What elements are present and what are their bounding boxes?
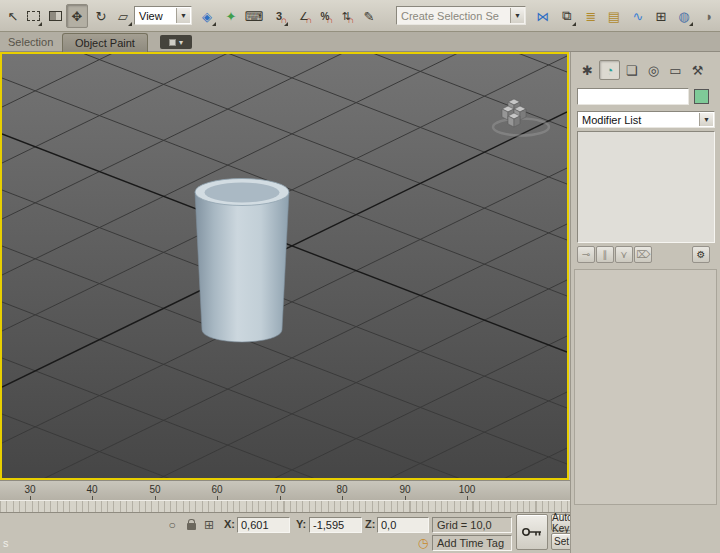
scale-icon: ▱ xyxy=(118,9,128,24)
schematic-view-icon: ⊞ xyxy=(656,9,667,24)
display-icon: ▭ xyxy=(669,63,681,78)
move-button[interactable]: ✥ xyxy=(66,4,88,28)
window-crossing-icon xyxy=(49,11,62,21)
make-unique-icon: ⋎ xyxy=(620,249,627,260)
tab-motion[interactable]: ◎ xyxy=(643,60,664,80)
utilities-icon: ⚒ xyxy=(692,63,704,78)
viewcube-ring[interactable] xyxy=(493,119,549,136)
x-coordinate-field[interactable]: 0,601 xyxy=(237,517,290,533)
spinner-snap-button[interactable]: ⇅ ∩ xyxy=(335,4,357,28)
ribbon-options-button[interactable]: ▾ xyxy=(160,35,192,49)
key-icon xyxy=(521,525,543,539)
time-slider[interactable]: 30 40 50 60 70 80 90 100 xyxy=(0,480,570,500)
object-name-field[interactable] xyxy=(577,88,689,105)
y-coordinate-field[interactable]: -1,595 xyxy=(309,517,362,533)
align-icon: ⧉ xyxy=(562,8,571,24)
tab-hierarchy[interactable]: ❏ xyxy=(621,60,642,80)
ribbon-tab-bar: Selection Object Paint ▾ xyxy=(0,32,720,52)
modifier-list-dropdown[interactable]: Modifier List ▼ xyxy=(577,111,715,128)
rollout-area xyxy=(574,269,717,505)
absolute-offset-toggle[interactable]: ⊞ xyxy=(201,517,217,533)
modifier-list-value: Modifier List xyxy=(582,114,641,126)
track-bar[interactable] xyxy=(0,500,570,513)
named-selection-sets-button[interactable]: ✎ xyxy=(358,4,380,28)
tab-selection[interactable]: Selection xyxy=(8,36,53,48)
tab-modify[interactable]: ◔ xyxy=(599,60,620,80)
tab-display[interactable]: ▭ xyxy=(665,60,686,80)
selection-region-button[interactable] xyxy=(22,4,44,28)
keyboard-override-button[interactable]: ⌨ xyxy=(243,4,265,28)
isolate-icon: ○ xyxy=(168,518,175,532)
remove-modifier-icon: ⌦ xyxy=(636,249,650,260)
command-panel: ✱ ◔ ❏ ◎ ▭ ⚒ Modifier List ▼ ⊸ ∥ ⋎ ⌦ ⚙ xyxy=(570,52,720,553)
tab-object-paint[interactable]: Object Paint xyxy=(62,33,148,52)
add-time-tag-button[interactable]: Add Time Tag xyxy=(432,535,512,551)
selection-lock-button[interactable] xyxy=(183,517,199,533)
scale-button[interactable]: ▱ xyxy=(112,4,134,28)
select-object-icon[interactable]: ↖ xyxy=(2,4,24,28)
align-button[interactable]: ⧉ xyxy=(556,4,578,28)
object-color-swatch[interactable] xyxy=(694,89,709,104)
z-coordinate-field[interactable]: 0,0 xyxy=(377,517,429,533)
main-toolbar: ↖ ✥ ↻ ▱ View ▼ ◈ ✦ ⌨ 3 ∩ ∠ ∩ % ∩ ⇅ ∩ ✎ C… xyxy=(0,0,720,32)
isolate-selection-button[interactable]: ○ xyxy=(164,517,180,533)
material-editor-button[interactable]: ◍ xyxy=(673,4,695,28)
tab-create[interactable]: ✱ xyxy=(577,60,598,80)
select-arrow-icon: ↖ xyxy=(8,9,19,24)
rotate-button[interactable]: ↻ xyxy=(90,4,112,28)
motion-icon: ◎ xyxy=(648,63,659,78)
grid-spacing-display: Grid = 10,0 xyxy=(432,517,512,533)
reference-coordinate-dropdown[interactable]: View ▼ xyxy=(134,6,192,25)
selection-region-icon xyxy=(27,11,40,21)
chevron-down-icon[interactable]: ▼ xyxy=(176,8,190,23)
show-end-result-button[interactable]: ∥ xyxy=(596,246,614,263)
lock-icon xyxy=(187,523,196,530)
magnet-icon: ∩ xyxy=(281,16,288,25)
make-unique-button[interactable]: ⋎ xyxy=(615,246,633,263)
cylinder-object[interactable] xyxy=(195,179,289,343)
material-editor-icon: ◍ xyxy=(678,9,689,24)
configure-modifier-sets-button[interactable]: ⚙ xyxy=(692,246,710,263)
named-selection-set-dropdown[interactable]: Create Selection Se ▼ xyxy=(396,6,526,25)
time-tick: 90 xyxy=(393,484,417,495)
mirror-icon: ⋈ xyxy=(537,9,550,24)
percent-snap-button[interactable]: % ∩ xyxy=(314,4,336,28)
chevron-down-icon[interactable]: ▼ xyxy=(510,8,524,23)
use-center-button[interactable]: ◈ xyxy=(196,4,218,28)
configure-sets-icon: ⚙ xyxy=(697,249,706,260)
mirror-button[interactable]: ⋈ xyxy=(532,4,554,28)
layers-icon: ≣ xyxy=(586,9,597,24)
curve-editor-button[interactable]: ∿ xyxy=(627,4,649,28)
angle-snap-button[interactable]: ∠ ∩ xyxy=(293,4,315,28)
pin-stack-icon: ⊸ xyxy=(582,249,590,260)
z-label: Z: xyxy=(365,518,375,530)
magnet-icon: ∩ xyxy=(348,16,355,25)
set-keys-button[interactable] xyxy=(516,514,548,550)
magnet-icon: ∩ xyxy=(306,16,313,25)
offset-mode-icon: ⊞ xyxy=(204,518,214,532)
select-manipulate-button[interactable]: ✦ xyxy=(220,4,242,28)
ribbon-state-icon xyxy=(169,39,176,46)
time-tick: 70 xyxy=(268,484,292,495)
viewport-canvas xyxy=(2,54,567,478)
tab-utilities[interactable]: ⚒ xyxy=(687,60,708,80)
ribbon-toggle-button[interactable]: ▤ xyxy=(603,4,625,28)
x-label: X: xyxy=(224,518,235,530)
pin-stack-button[interactable]: ⊸ xyxy=(577,246,595,263)
viewcube[interactable] xyxy=(493,99,549,136)
ribbon-icon: ▤ xyxy=(608,9,620,24)
window-crossing-button[interactable] xyxy=(44,4,66,28)
layer-manager-button[interactable]: ≣ xyxy=(580,4,602,28)
hierarchy-icon: ❏ xyxy=(626,63,638,78)
remove-modifier-button[interactable]: ⌦ xyxy=(634,246,652,263)
create-icon: ✱ xyxy=(582,63,593,78)
perspective-viewport[interactable] xyxy=(0,52,569,480)
schematic-view-button[interactable]: ⊞ xyxy=(650,4,672,28)
render-setup-button[interactable]: ◑ xyxy=(697,4,719,28)
snap-toggle-button[interactable]: 3 ∩ xyxy=(268,4,290,28)
time-tick: 80 xyxy=(330,484,354,495)
show-end-result-icon: ∥ xyxy=(603,249,608,260)
chevron-down-icon[interactable]: ▼ xyxy=(699,113,713,126)
modifier-stack-list[interactable] xyxy=(577,131,715,243)
chevron-down-icon: ▾ xyxy=(179,38,183,47)
